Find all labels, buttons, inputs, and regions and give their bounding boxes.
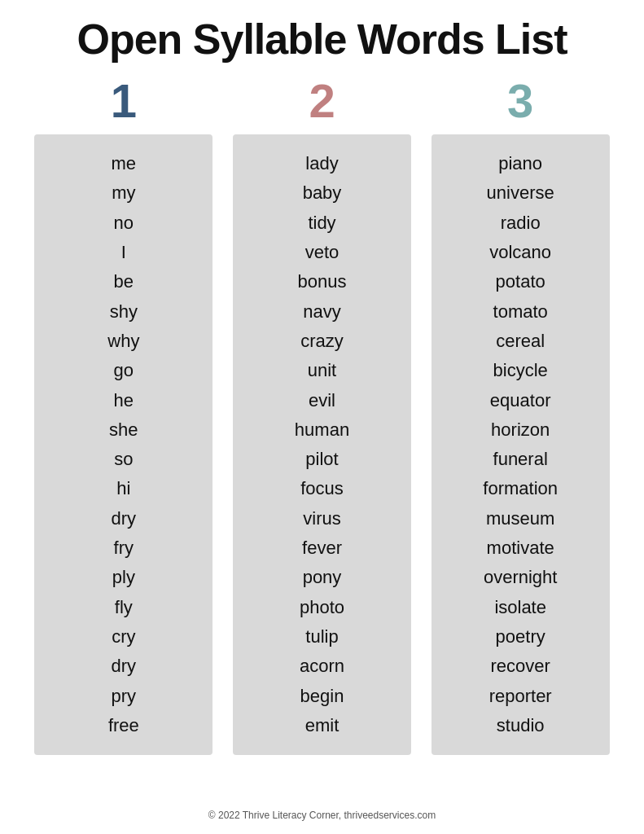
word-item: she — [109, 415, 138, 445]
word-item: piano — [498, 149, 542, 178]
word-item: pilot — [305, 445, 338, 474]
word-item: I — [121, 238, 126, 267]
word-item: me — [112, 149, 137, 178]
word-item: no — [114, 208, 134, 238]
word-item: go — [114, 356, 134, 385]
word-item: studio — [497, 711, 545, 740]
columns-wrapper: 1memynoIbeshywhygoheshesohidryfryplyflyc… — [24, 77, 620, 798]
word-item: baby — [303, 178, 342, 208]
word-item: ply — [112, 563, 135, 592]
word-item: so — [114, 445, 133, 474]
word-item: cereal — [496, 327, 545, 356]
word-list-col3: pianouniverseradiovolcanopotatotomatocer… — [432, 134, 610, 755]
word-item: motivate — [487, 533, 554, 563]
word-item: pony — [303, 563, 342, 592]
word-item: isolate — [494, 593, 546, 622]
word-item: lady — [305, 149, 338, 178]
word-item: museum — [486, 504, 554, 533]
column-col1: 1memynoIbeshywhygoheshesohidryfryplyflyc… — [24, 77, 223, 755]
word-item: human — [295, 415, 349, 445]
word-item: navy — [303, 297, 340, 327]
word-item: focus — [300, 474, 344, 503]
word-item: why — [107, 327, 139, 356]
word-item: radio — [501, 208, 541, 238]
word-item: acorn — [300, 652, 344, 681]
word-item: tidy — [308, 208, 335, 238]
word-item: bicycle — [493, 356, 548, 385]
word-item: dry — [112, 504, 137, 533]
word-item: formation — [483, 474, 558, 503]
column-number-col2: 2 — [309, 77, 335, 125]
word-item: unit — [308, 356, 336, 385]
word-list-col1: memynoIbeshywhygoheshesohidryfryplyflycr… — [34, 134, 212, 755]
word-item: bonus — [298, 267, 347, 296]
word-item: recover — [491, 652, 550, 681]
word-item: hi — [116, 474, 130, 503]
word-item: potato — [496, 267, 545, 296]
column-col3: 3pianouniverseradiovolcanopotatotomatoce… — [421, 77, 620, 755]
word-item: fry — [114, 533, 134, 563]
word-item: my — [112, 178, 135, 208]
word-item: poetry — [496, 622, 545, 652]
word-item: begin — [300, 682, 344, 711]
word-item: horizon — [491, 415, 550, 445]
word-item: photo — [300, 593, 344, 622]
word-item: universe — [487, 178, 554, 208]
word-item: volcano — [489, 238, 551, 267]
word-item: emit — [305, 711, 340, 740]
column-col2: 2ladybabytidyvetobonusnavycrazyunitevilh… — [223, 77, 422, 755]
word-item: cry — [112, 622, 135, 652]
column-number-col3: 3 — [507, 77, 533, 125]
word-item: shy — [110, 297, 138, 327]
word-item: evil — [309, 386, 335, 415]
word-item: equator — [490, 386, 551, 415]
word-item: crazy — [300, 327, 344, 356]
word-list-col2: ladybabytidyvetobonusnavycrazyunitevilhu… — [233, 134, 411, 755]
word-item: dry — [112, 652, 137, 681]
page-title: Open Syllable Words List — [77, 16, 567, 63]
word-item: tomato — [493, 297, 548, 327]
word-item: free — [108, 711, 139, 740]
word-item: overnight — [484, 563, 558, 592]
column-number-col1: 1 — [111, 77, 137, 125]
word-item: pry — [112, 682, 137, 711]
word-item: fly — [115, 593, 133, 622]
word-item: reporter — [489, 682, 552, 711]
word-item: funeral — [493, 445, 548, 474]
word-item: tulip — [305, 622, 338, 652]
word-item: veto — [305, 238, 340, 267]
word-item: virus — [303, 504, 340, 533]
word-item: he — [114, 386, 134, 415]
word-item: fever — [302, 533, 342, 563]
word-item: be — [114, 267, 134, 296]
footer: © 2022 Thrive Literacy Corner, thriveeds… — [208, 810, 436, 826]
